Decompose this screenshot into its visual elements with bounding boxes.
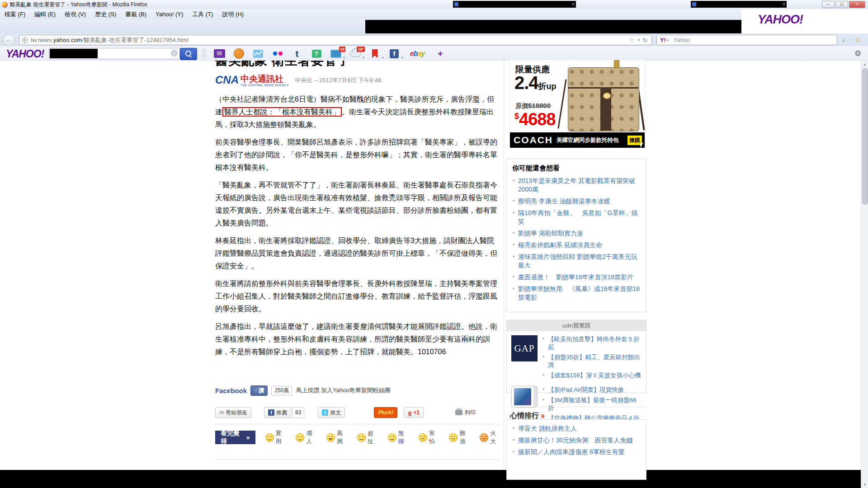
bookmark-star-icon[interactable]: ☆ <box>629 36 635 44</box>
answers-icon[interactable]: ? <box>311 48 322 60</box>
scroll-up-icon[interactable]: ▲ <box>863 62 867 66</box>
site-identity-icon[interactable] <box>22 37 28 43</box>
browser-search-box[interactable]: Y! ▾ <box>656 35 837 45</box>
shopping-link[interactable]: 【成套$159】深Ｖ美波女孩小心機 <box>542 371 642 379</box>
toolbar-search-box[interactable]: × <box>49 48 180 59</box>
facebook-recommend-button[interactable]: f 推薦 <box>264 407 291 418</box>
udn-shopping-box: udn買東西 GAP 【歐美街拍直擊】時尚冬外套５折起 【崩盤35折】精工、星辰… <box>506 320 646 393</box>
reload-icon[interactable]: ↻ <box>642 37 648 44</box>
weather-icon[interactable]: 16° ▾ <box>349 48 361 60</box>
reaction-bored[interactable]: 無聊 <box>388 429 408 446</box>
menu-history[interactable]: 歷史 (S) <box>90 10 121 19</box>
history-dropdown-icon[interactable]: ▾ <box>637 38 640 42</box>
email-button[interactable]: ✉ 寄給朋友 <box>215 407 251 418</box>
article-byline: CNA 中央通訊社 THE CENTRAL NEWS AGENCY 中央社 – … <box>215 73 500 88</box>
facebook-like-button[interactable]: ☝ 讚 <box>250 385 268 396</box>
bookmarks-icon[interactable]: ▾ <box>369 48 381 60</box>
browser-search-input[interactable] <box>673 36 837 44</box>
finance-chart-icon[interactable] <box>252 48 264 60</box>
mood-link[interactable]: 導盲犬 跳軌拯救主人 <box>512 424 641 433</box>
flickr-icon[interactable] <box>272 48 283 60</box>
url-subdomain: tw.news. <box>31 37 53 43</box>
shopping-link[interactable]: 【歐美街拍直擊】時尚冬外套５折起 <box>542 335 642 351</box>
menu-bookmarks[interactable]: 書籤 (B) <box>121 10 151 19</box>
ebay-icon[interactable]: ebay <box>408 48 427 60</box>
scrollbar[interactable]: ▲ ▼ <box>861 61 868 488</box>
cna-logo[interactable]: CNA 中央通訊社 THE CENTRAL NEWS AGENCY <box>215 75 289 87</box>
tab-close-icon[interactable]: × <box>572 2 575 7</box>
maximize-button[interactable]: ▢ <box>835 1 848 8</box>
related-link[interactable]: 劉德華 渴盼歸類實力派 <box>512 229 641 238</box>
gap-logo[interactable]: GAP <box>511 335 538 361</box>
reaction-angry[interactable]: 火大 <box>480 429 500 446</box>
search-provider-dropdown-icon[interactable]: ▾ <box>667 38 669 42</box>
reaction-happy[interactable]: 高興 <box>326 429 347 446</box>
home-icon[interactable]: ⌂ <box>855 35 860 44</box>
coach-ad-banner[interactable]: 限量供應 2.4折up 原價$18800 $4688 COACH 美國官網同步新… <box>510 60 645 148</box>
sports-icon[interactable] <box>233 48 245 60</box>
facebook-icon: f <box>268 409 274 416</box>
url-domain: yahoo.com <box>53 37 82 43</box>
search-provider-icon[interactable]: Y! <box>660 37 666 43</box>
menu-view[interactable]: 檢視 (V) <box>60 10 90 19</box>
shopping-link[interactable]: 【崩盤35折】精工、星辰錶封館出清 <box>542 353 642 369</box>
fan-prompt[interactable]: 馬上按讚 加入Yahoo奇摩新聞粉絲團 <box>296 386 390 394</box>
tab-favicon <box>692 2 696 6</box>
reaction-useful[interactable]: 實用 <box>265 429 286 446</box>
tumblr-icon[interactable]: t <box>291 48 303 60</box>
menu-help[interactable]: 說明 (H) <box>217 10 248 19</box>
reaction-sad[interactable]: 難過 <box>449 429 469 446</box>
shopping-link[interactable]: 【新iPad Air開賣】現貨快搶 <box>542 386 642 394</box>
menu-yahoo[interactable]: Yahoo! (Y) <box>151 11 188 18</box>
buy-now-button[interactable]: 搶購 <box>627 136 642 145</box>
related-link[interactable]: 港味英雄片強勢回歸 劉德華燒2千萬美元玩最大 <box>512 253 641 270</box>
close-button[interactable]: × <box>849 1 865 8</box>
coach-logo: COACH <box>514 135 553 145</box>
mail-icon[interactable]: ✉ <box>213 48 225 60</box>
scroll-down-icon[interactable]: ▼ <box>863 483 867 487</box>
reaction-absurd[interactable]: 超扯 <box>357 429 377 446</box>
news-icon[interactable]: 10 ▾ <box>330 48 342 60</box>
menu-tools[interactable]: 工具 (T) <box>188 10 217 19</box>
clear-search-icon[interactable]: × <box>171 50 178 56</box>
print-button[interactable]: 列印 <box>455 409 476 417</box>
related-link[interactable]: 畫面過激！ 劉德華16年來首演18禁影片 <box>512 273 641 282</box>
add-service-icon[interactable]: + <box>434 48 446 60</box>
mood-link[interactable]: 揚新聞／人肉擋車護傷患 8軍校生有愛 <box>512 448 641 456</box>
google-plusone-button[interactable]: g +1 <box>404 407 424 418</box>
chevron-down-icon: ▾ <box>363 56 364 60</box>
menu-file[interactable]: 檔案 (F) <box>0 10 30 19</box>
scared-smiley-icon <box>419 433 427 442</box>
related-link[interactable]: 隔10年再拍「金雞」 吳君如「G罩杯」搞笑 <box>512 209 641 226</box>
yahoo-toolbar-logo[interactable]: YAHOO! <box>6 48 44 60</box>
download-icon[interactable]: ↓ <box>842 35 845 43</box>
navigation-bar: ← tw.news.yahoo.com/醫美亂象-衛生署要管了-12481795… <box>0 33 868 47</box>
menu-edit[interactable]: 編輯 (E) <box>30 10 60 19</box>
scrollbar-thumb[interactable] <box>862 68 868 205</box>
related-title: 你可能還會想看 <box>512 164 641 173</box>
magnifier-icon <box>185 51 191 56</box>
related-link[interactable]: 楊亮俞拚戲劇系 延續演員生命 <box>512 241 641 249</box>
browser-tab[interactable]: × <box>453 1 576 8</box>
facebook-icon[interactable]: f ▾ <box>388 48 400 60</box>
browser-tab[interactable]: × <box>691 1 787 8</box>
paragraph: 衛生署將請前整形外科與前美容醫學會理事長、長庚外科教授陳昱瑞，主持醫美專案管理工… <box>215 277 500 315</box>
ipad-image[interactable] <box>511 386 538 408</box>
plurk-button[interactable]: Plurk! <box>374 407 397 418</box>
related-link[interactable]: 劉德華求饒無用 《風暴》成16年來首部18禁電影 <box>512 285 641 302</box>
reaction-touched[interactable]: 感人 <box>296 429 316 446</box>
ad-sale-price: $4688 <box>514 110 556 129</box>
toolbar-search-button[interactable] <box>180 48 197 60</box>
red-highlight-box: 醫界人士都說：「根本沒有醫美科」 <box>222 107 342 117</box>
mood-link[interactable]: 攤販揪甘心！30元鮪魚粥 困苦客人免錢 <box>512 436 641 445</box>
tab-close-icon[interactable]: × <box>783 2 785 7</box>
related-link[interactable]: 蔡明亮 李康生 油飯雞湯寒冬送暖 <box>512 197 641 206</box>
gear-icon[interactable]: ⚙ <box>854 49 861 58</box>
minimize-button[interactable]: – <box>822 1 835 8</box>
tweet-button[interactable]: t 推文 <box>318 407 345 418</box>
back-button[interactable]: ← <box>3 34 15 47</box>
reaction-scared[interactable]: 害怕 <box>419 429 439 446</box>
related-link[interactable]: 2013年是宋康昊之年 其電影觀眾有望突破2000萬 <box>512 177 641 194</box>
yahoo-logo[interactable]: YAHOO! <box>758 13 803 27</box>
url-bar[interactable]: tw.news.yahoo.com/醫美亂象-衛生署要管了-124817954.… <box>19 35 652 45</box>
